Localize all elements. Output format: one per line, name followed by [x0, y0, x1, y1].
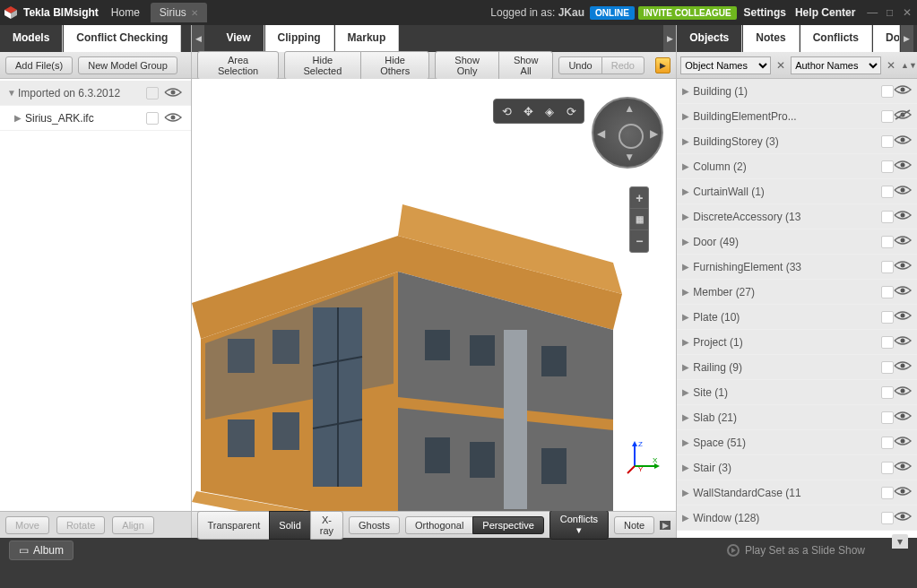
close-window-icon[interactable]: ✕ [901, 6, 913, 17]
object-visibility-icon[interactable] [894, 411, 912, 424]
object-row[interactable]: ▶Plate (10) [677, 305, 917, 330]
group-checkbox[interactable] [146, 87, 159, 99]
object-checkbox[interactable] [881, 110, 894, 123]
tab-conflicts[interactable]: Conflicts [800, 25, 872, 52]
object-row[interactable]: ▶BuildingElementPro... [677, 104, 917, 129]
sort-icon[interactable]: ▲▼ [901, 61, 913, 70]
add-files-button[interactable]: Add File(s) [5, 56, 73, 74]
play-slideshow-icon[interactable] [727, 544, 740, 557]
expand-arrow-icon[interactable]: ▶ [682, 287, 693, 297]
maximize-icon[interactable]: □ [884, 6, 896, 17]
expand-arrow-icon[interactable]: ▶ [682, 86, 693, 96]
invite-colleague-button[interactable]: INVITE COLLEAGUE [638, 6, 737, 20]
online-badge[interactable]: ONLINE [590, 6, 635, 20]
object-row[interactable]: ▶Window (128) [677, 506, 917, 531]
nav-up-icon[interactable]: ▲ [624, 102, 635, 115]
object-row[interactable]: ▶DiscreteAccessory (13 [677, 204, 917, 229]
xray-button[interactable]: X-ray [310, 511, 343, 540]
ghosts-button[interactable]: Ghosts [349, 516, 400, 534]
look-icon[interactable]: ◈ [540, 101, 559, 121]
navigation-wheel[interactable]: ▲ ▼ ◀ ▶ [592, 97, 663, 169]
nav-left-icon[interactable]: ◀ [597, 127, 605, 140]
tab-view[interactable]: View [213, 25, 264, 52]
hide-others-button[interactable]: Hide Others [360, 51, 429, 80]
zoom-home-icon[interactable]: ▦ [630, 209, 648, 230]
object-checkbox[interactable] [881, 236, 894, 248]
object-checkbox[interactable] [881, 336, 894, 349]
expand-arrow-icon[interactable]: ▶ [682, 237, 693, 246]
tab-models[interactable]: Models [0, 25, 63, 52]
3d-viewport[interactable]: ⟲ ✥ ◈ ⟳ ▲ ▼ ◀ ▶ + ▦ − Z X Y [192, 79, 676, 511]
expand-arrow-icon[interactable]: ▶ [682, 312, 693, 322]
object-checkbox[interactable] [881, 437, 894, 449]
collapse-left-icon[interactable]: ◀ [192, 25, 204, 52]
zoom-out-icon[interactable]: − [630, 230, 648, 252]
object-names-filter[interactable]: Object Names [680, 56, 771, 74]
align-button[interactable]: Align [112, 516, 153, 534]
help-center-link[interactable]: Help Center [795, 6, 855, 19]
expand-arrow-icon[interactable]: ▶ [682, 488, 693, 497]
show-all-button[interactable]: Show All [498, 51, 553, 80]
object-checkbox[interactable] [881, 211, 894, 223]
tabs-overflow-icon[interactable]: ▶ [901, 25, 913, 52]
object-row[interactable]: ▶Project (1) [677, 330, 917, 355]
object-row[interactable]: ▶Slab (21) [677, 405, 917, 430]
tab-notes[interactable]: Notes [743, 25, 799, 52]
footer-menu-icon[interactable]: ▾ [892, 534, 908, 549]
object-checkbox[interactable] [881, 135, 894, 148]
tree-group[interactable]: ▼ Imported on 6.3.2012 [0, 81, 191, 106]
redo-button[interactable]: Redo [601, 56, 644, 74]
spin-icon[interactable]: ⟳ [561, 101, 581, 121]
object-checkbox[interactable] [881, 361, 894, 374]
play-slideshow-label[interactable]: Play Set as a Slide Show [745, 544, 865, 557]
object-row[interactable]: ▶Site (1) [677, 380, 917, 405]
expand-arrow-icon[interactable]: ▶ [682, 262, 693, 272]
object-checkbox[interactable] [881, 160, 894, 173]
object-row[interactable]: ▶WallStandardCase (11 [677, 480, 917, 506]
object-visibility-icon[interactable] [894, 360, 912, 374]
expand-arrow-icon[interactable]: ▶ [682, 186, 693, 196]
object-visibility-icon[interactable] [894, 310, 912, 324]
object-checkbox[interactable] [881, 261, 894, 273]
object-visibility-icon[interactable] [894, 486, 912, 499]
tab-markup[interactable]: Markup [335, 25, 400, 52]
minimize-icon[interactable]: — [866, 6, 878, 17]
new-model-group-button[interactable]: New Model Group [78, 56, 177, 74]
object-row[interactable]: ▶Stair (3) [677, 455, 917, 480]
orthogonal-button[interactable]: Orthogonal [405, 516, 473, 534]
solid-button[interactable]: Solid [269, 511, 310, 540]
object-visibility-icon[interactable] [894, 461, 912, 474]
tab-project[interactable]: Sirius ✕ [151, 3, 207, 22]
expand-arrow-icon[interactable]: ▶ [682, 513, 693, 523]
play-toolbar-icon[interactable]: ▶ [655, 57, 670, 74]
perspective-button[interactable]: Perspective [472, 516, 543, 534]
settings-link[interactable]: Settings [744, 6, 786, 19]
expand-arrow-icon[interactable]: ▶ [682, 337, 693, 347]
object-visibility-icon[interactable] [894, 185, 912, 198]
conflicts-toggle-button[interactable]: Conflicts ▾ [549, 510, 609, 540]
tab-conflict-checking[interactable]: Conflict Checking [64, 25, 181, 52]
expand-arrow-icon[interactable]: ▶ [682, 161, 693, 171]
object-row[interactable]: ▶Door (49) [677, 229, 917, 255]
object-visibility-icon[interactable] [894, 436, 912, 449]
object-visibility-icon[interactable] [894, 84, 912, 98]
object-visibility-icon[interactable] [894, 210, 912, 223]
expand-arrow-icon[interactable]: ▶ [682, 463, 693, 472]
object-checkbox[interactable] [881, 512, 894, 524]
object-checkbox[interactable] [881, 487, 894, 499]
close-tab-icon[interactable]: ✕ [188, 8, 198, 18]
object-checkbox[interactable] [881, 311, 894, 324]
nav-right-icon[interactable]: ▶ [650, 127, 658, 140]
clear-filter2-icon[interactable]: ✕ [885, 59, 897, 72]
pan-icon[interactable]: ✥ [518, 101, 538, 121]
group-visibility-icon[interactable] [164, 87, 184, 99]
object-visibility-icon[interactable] [894, 335, 912, 349]
object-row[interactable]: ▶BuildingStorey (3) [677, 129, 917, 154]
move-button[interactable]: Move [5, 516, 49, 534]
toolbar-overflow-icon[interactable]: ▶ [660, 521, 670, 530]
notes-toggle-button[interactable]: Note [614, 516, 654, 534]
object-row[interactable]: ▶CurtainWall (1) [677, 179, 917, 204]
expand-arrow-icon[interactable]: ▶ [682, 387, 693, 397]
object-visibility-icon[interactable] [894, 235, 912, 248]
expand-arrow-icon[interactable]: ▶ [14, 113, 25, 123]
